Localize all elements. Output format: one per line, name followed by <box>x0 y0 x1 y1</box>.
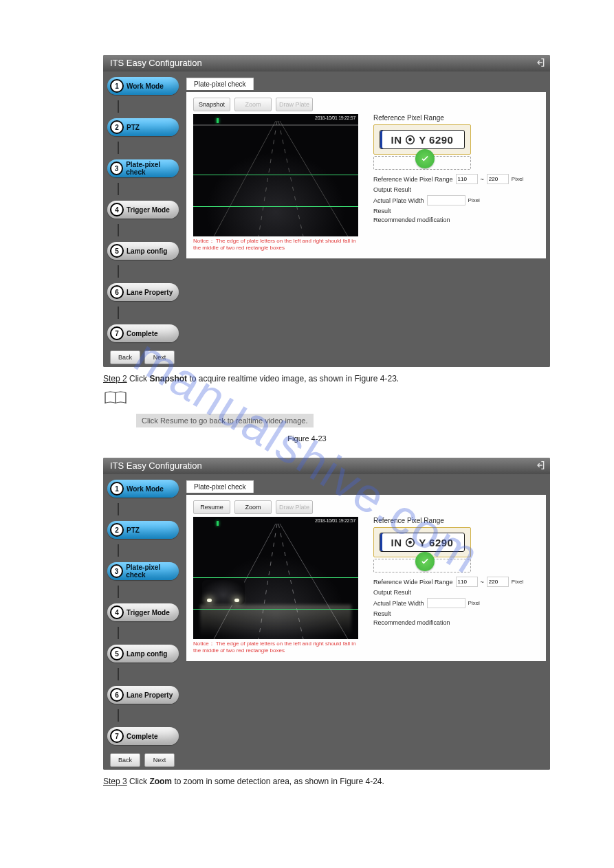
back-button[interactable]: Back <box>110 350 140 364</box>
actual-width-input[interactable] <box>427 195 465 205</box>
step-work-mode[interactable]: 1Work Mode <box>107 480 179 498</box>
ref-pixel-range-label: Reference Pixel Range <box>373 114 539 122</box>
step-connector <box>118 265 119 278</box>
step-connector <box>118 307 119 319</box>
app-titlebar: ITS Easy Configuration <box>103 458 550 474</box>
ref-wide-max-input[interactable] <box>487 577 509 587</box>
note-resume-text: Click Resume to go back to realtime vide… <box>136 414 314 427</box>
step-number: 5 <box>110 647 124 660</box>
step-2-tail: to acquire realtime video image, as show… <box>187 374 399 383</box>
step-number: 1 <box>110 79 124 93</box>
notice-text: Notice： The edge of plate letters on the… <box>193 238 362 252</box>
step-2-body: Click <box>127 374 150 383</box>
step-number: 5 <box>110 244 124 258</box>
ref-pixel-range-label: Reference Pixel Range <box>373 517 539 524</box>
result-label: Result <box>373 610 391 617</box>
step-number: 4 <box>110 605 124 619</box>
step-work-mode[interactable]: 1Work Mode <box>107 77 179 95</box>
check-icon <box>415 552 435 571</box>
draw-plate-button[interactable]: Draw Plate <box>276 98 313 111</box>
tab-plate-pixel-check[interactable]: Plate-pixel check <box>186 480 254 493</box>
plate-number: IN ⦿ Y 6290 <box>380 533 465 552</box>
step-label: PTZ <box>127 526 140 534</box>
step-number: 4 <box>110 203 124 216</box>
step-ptz[interactable]: 2PTZ <box>107 521 179 539</box>
output-result-label: Output Result <box>373 186 411 193</box>
step-connector <box>118 586 119 598</box>
step-number: 7 <box>110 729 124 743</box>
step-label: Plate-pixel check <box>126 564 179 579</box>
traffic-light-icon <box>217 118 219 123</box>
wizard-footer: Back Next <box>103 750 550 770</box>
step-number: 3 <box>110 564 123 578</box>
next-button[interactable]: Next <box>144 753 175 767</box>
step-complete[interactable]: 7Complete <box>107 324 179 342</box>
calibration-line <box>193 175 358 175</box>
snapshot-button[interactable]: Snapshot <box>193 98 230 111</box>
step-label: Work Mode <box>127 82 164 90</box>
step-label: Lane Property <box>127 691 173 699</box>
output-result-label: Output Result <box>373 589 411 596</box>
content-card: Resume Zoom Draw Plate <box>186 495 546 661</box>
step-3-instruction: Step 3 Click Zoom to zoom in some detect… <box>103 777 511 786</box>
resume-button[interactable]: Resume <box>193 500 230 514</box>
actual-width-label: Actual Plate Width <box>373 197 424 204</box>
step-3-prefix: Step 3 <box>103 777 127 786</box>
screenshot-plate-pixel-2: ITS Easy Configuration 1Work Mode 2PTZ 3… <box>103 458 550 770</box>
step-plate-pixel[interactable]: 3Plate-pixel check <box>107 159 179 177</box>
ref-wide-min-input[interactable] <box>456 577 478 587</box>
ref-wide-max-input[interactable] <box>487 174 509 184</box>
figure-4-23-label: Figure 4-23 <box>103 434 511 443</box>
step-connector <box>118 709 119 722</box>
step-label: Work Mode <box>127 485 164 493</box>
step-lamp-config[interactable]: 5Lamp config <box>107 645 179 663</box>
step-ptz[interactable]: 2PTZ <box>107 118 179 136</box>
unit-label: Pixel <box>512 579 523 585</box>
step-label: Lane Property <box>127 289 173 296</box>
unit-label: Pixel <box>468 197 480 203</box>
app-title: ITS Easy Configuration <box>110 58 202 68</box>
step-number: 2 <box>110 523 124 537</box>
step-connector <box>118 183 119 195</box>
tab-plate-pixel-check[interactable]: Plate-pixel check <box>186 78 254 90</box>
app-titlebar: ITS Easy Configuration <box>103 55 550 71</box>
step-number: 1 <box>110 482 124 496</box>
zoom-button[interactable]: Zoom <box>234 500 272 514</box>
step-connector <box>118 668 119 680</box>
step-label: Trigger Mode <box>127 206 170 214</box>
zoom-button[interactable]: Zoom <box>234 98 272 111</box>
step-3-body: Click <box>127 777 150 786</box>
step-connector <box>118 100 119 113</box>
ref-wide-min-input[interactable] <box>456 174 478 184</box>
step-lane-property[interactable]: 6Lane Property <box>107 686 179 704</box>
step-complete[interactable]: 7Complete <box>107 727 179 745</box>
calibration-line <box>193 609 358 610</box>
step-label: PTZ <box>127 124 140 131</box>
step-lamp-config[interactable]: 5Lamp config <box>107 242 179 260</box>
step-connector <box>118 224 119 236</box>
video-snapshot: 2018-10/01 19:22:57 <box>193 517 358 639</box>
step-label: Lamp config <box>127 247 167 255</box>
exit-icon[interactable] <box>535 57 546 74</box>
content-card: Snapshot Zoom Draw Plate <box>186 92 546 258</box>
check-icon <box>415 149 435 168</box>
overlap-indicator <box>373 559 471 572</box>
notice-text: Notice： The edge of plate letters on the… <box>193 641 362 654</box>
exit-icon[interactable] <box>535 460 546 476</box>
actual-width-input[interactable] <box>427 598 465 608</box>
recommended-label: Recommended modification <box>373 216 450 223</box>
headlight-icon <box>207 599 212 602</box>
next-button[interactable]: Next <box>144 350 175 364</box>
step-trigger-mode[interactable]: 4Trigger Mode <box>107 603 179 621</box>
step-3-tail: to zoom in some detection area, as shown… <box>172 777 384 786</box>
step-connector <box>118 503 119 515</box>
video-timestamp: 2018-10/01 19:22:57 <box>315 115 355 120</box>
step-plate-pixel[interactable]: 3Plate-pixel check <box>107 562 179 580</box>
ref-wide-label: Reference Wide Pixel Range <box>373 176 453 183</box>
step-2-prefix: Step 2 <box>103 374 127 383</box>
draw-plate-button[interactable]: Draw Plate <box>276 500 313 514</box>
screenshot-plate-pixel-1: ITS Easy Configuration 1Work Mode 2PTZ 3… <box>103 55 550 367</box>
back-button[interactable]: Back <box>110 753 140 767</box>
step-lane-property[interactable]: 6Lane Property <box>107 283 179 301</box>
step-trigger-mode[interactable]: 4Trigger Mode <box>107 201 179 219</box>
